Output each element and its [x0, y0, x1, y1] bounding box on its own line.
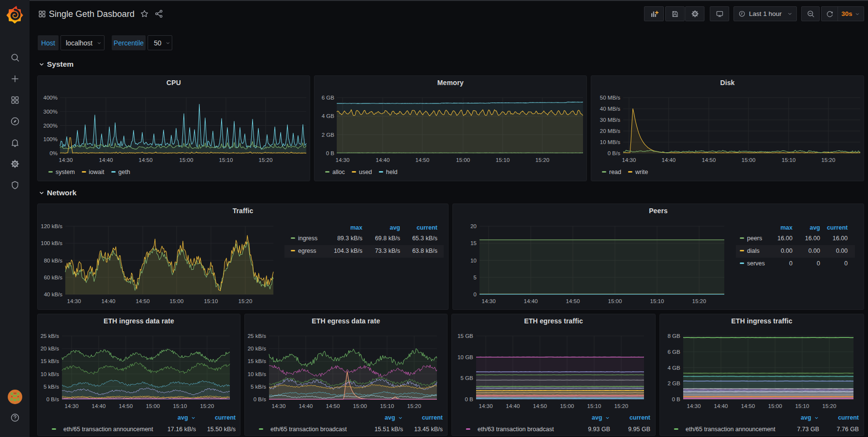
- svg-text:10 kB/s: 10 kB/s: [41, 371, 60, 377]
- svg-text:25 kB/s: 25 kB/s: [248, 333, 267, 339]
- svg-text:14:30: 14:30: [687, 403, 701, 409]
- svg-text:15:20: 15:20: [536, 157, 550, 163]
- svg-text:6 GB: 6 GB: [322, 95, 335, 101]
- svg-text:0 B: 0 B: [326, 150, 335, 156]
- svg-text:14:30: 14:30: [336, 157, 350, 163]
- svg-text:14:50: 14:50: [119, 403, 133, 409]
- svg-text:15: 15: [470, 240, 477, 246]
- svg-text:15:10: 15:10: [380, 403, 394, 409]
- svg-text:10 kB/s: 10 kB/s: [248, 371, 267, 377]
- svg-text:14:40: 14:40: [506, 403, 520, 409]
- svg-text:5 kB/s: 5 kB/s: [44, 384, 59, 390]
- svg-text:14:40: 14:40: [524, 298, 538, 304]
- svg-text:14:40: 14:40: [299, 403, 313, 409]
- svg-text:15:10: 15:10: [650, 298, 664, 304]
- svg-text:15:10: 15:10: [795, 403, 809, 409]
- svg-text:15:10: 15:10: [204, 298, 218, 304]
- svg-text:15:00: 15:00: [608, 298, 622, 304]
- svg-text:80 kB/s: 80 kB/s: [44, 258, 63, 263]
- svg-text:6 GB: 6 GB: [668, 349, 681, 355]
- svg-text:10: 10: [470, 258, 477, 263]
- svg-text:15 kB/s: 15 kB/s: [41, 358, 60, 364]
- svg-text:2 GB: 2 GB: [322, 132, 335, 138]
- svg-text:5 kB/s: 5 kB/s: [251, 384, 266, 390]
- svg-text:14:40: 14:40: [99, 157, 113, 163]
- svg-text:100 kB/s: 100 kB/s: [41, 240, 62, 246]
- svg-text:400%: 400%: [44, 95, 58, 101]
- svg-text:10 GB: 10 GB: [457, 354, 473, 360]
- svg-text:20: 20: [470, 223, 477, 229]
- svg-text:14:30: 14:30: [482, 298, 496, 304]
- svg-text:14:40: 14:40: [92, 403, 106, 409]
- svg-text:14:30: 14:30: [622, 157, 636, 163]
- svg-text:15:00: 15:00: [456, 157, 470, 163]
- svg-text:15:00: 15:00: [768, 403, 782, 409]
- svg-text:0 B: 0 B: [672, 396, 681, 402]
- svg-text:15:20: 15:20: [822, 157, 836, 163]
- svg-text:15:00: 15:00: [742, 157, 756, 163]
- svg-text:100%: 100%: [44, 136, 58, 142]
- svg-text:0%: 0%: [49, 150, 58, 156]
- svg-text:15:00: 15:00: [353, 403, 367, 409]
- svg-text:14:50: 14:50: [566, 298, 580, 304]
- svg-text:15:20: 15:20: [823, 403, 837, 409]
- svg-text:0 B/s: 0 B/s: [254, 396, 266, 402]
- svg-text:2 GB: 2 GB: [668, 380, 681, 386]
- svg-text:15:10: 15:10: [587, 403, 601, 409]
- svg-text:0: 0: [474, 291, 477, 297]
- svg-text:14:50: 14:50: [702, 157, 716, 163]
- svg-text:25 kB/s: 25 kB/s: [41, 333, 60, 339]
- svg-text:14:50: 14:50: [533, 403, 547, 409]
- svg-text:0 B/s: 0 B/s: [608, 150, 620, 156]
- svg-text:14:50: 14:50: [136, 298, 150, 304]
- svg-text:20 kB/s: 20 kB/s: [41, 346, 60, 351]
- svg-text:14:50: 14:50: [416, 157, 430, 163]
- svg-text:15 GB: 15 GB: [457, 333, 473, 339]
- svg-text:15:10: 15:10: [782, 157, 796, 163]
- svg-text:15:00: 15:00: [146, 403, 160, 409]
- svg-text:14:30: 14:30: [59, 157, 73, 163]
- svg-text:15:10: 15:10: [496, 157, 510, 163]
- svg-text:14:30: 14:30: [479, 403, 493, 409]
- svg-text:14:30: 14:30: [272, 403, 286, 409]
- svg-text:15:00: 15:00: [560, 403, 574, 409]
- svg-text:14:40: 14:40: [714, 403, 728, 409]
- svg-text:15:20: 15:20: [239, 298, 253, 304]
- svg-text:20 MB/s: 20 MB/s: [600, 128, 620, 134]
- svg-text:4 GB: 4 GB: [668, 365, 681, 371]
- svg-text:50 MB/s: 50 MB/s: [600, 95, 620, 101]
- svg-text:200%: 200%: [44, 123, 58, 129]
- svg-text:14:40: 14:40: [102, 298, 116, 304]
- svg-text:40 kB/s: 40 kB/s: [44, 291, 63, 297]
- svg-text:15:20: 15:20: [200, 403, 214, 409]
- svg-text:15:00: 15:00: [180, 157, 194, 163]
- svg-text:15:10: 15:10: [173, 403, 187, 409]
- svg-text:14:30: 14:30: [65, 403, 79, 409]
- svg-text:30 MB/s: 30 MB/s: [600, 117, 620, 123]
- svg-text:15:20: 15:20: [407, 403, 421, 409]
- svg-text:5 GB: 5 GB: [461, 375, 474, 381]
- svg-text:5: 5: [474, 275, 477, 280]
- svg-text:14:50: 14:50: [741, 403, 755, 409]
- svg-text:14:40: 14:40: [376, 157, 390, 163]
- svg-text:15 kB/s: 15 kB/s: [248, 358, 267, 364]
- svg-text:8 GB: 8 GB: [668, 333, 681, 339]
- svg-text:14:50: 14:50: [139, 157, 153, 163]
- svg-text:15:20: 15:20: [614, 403, 629, 409]
- svg-text:0 B: 0 B: [465, 396, 474, 402]
- svg-text:15:20: 15:20: [692, 298, 706, 304]
- svg-text:120 kB/s: 120 kB/s: [41, 223, 62, 229]
- svg-text:4 GB: 4 GB: [322, 113, 335, 119]
- svg-text:0 B/s: 0 B/s: [46, 396, 59, 402]
- svg-text:300%: 300%: [44, 109, 58, 115]
- svg-text:15:20: 15:20: [259, 157, 273, 163]
- svg-text:14:30: 14:30: [67, 298, 81, 304]
- svg-text:14:40: 14:40: [662, 157, 676, 163]
- svg-text:20 kB/s: 20 kB/s: [248, 346, 267, 351]
- svg-text:40 MB/s: 40 MB/s: [600, 106, 620, 112]
- svg-text:15:10: 15:10: [219, 157, 233, 163]
- svg-text:15:00: 15:00: [170, 298, 184, 304]
- svg-text:14:50: 14:50: [326, 403, 340, 409]
- svg-text:60 kB/s: 60 kB/s: [44, 275, 63, 280]
- svg-text:10 MB/s: 10 MB/s: [600, 139, 620, 145]
